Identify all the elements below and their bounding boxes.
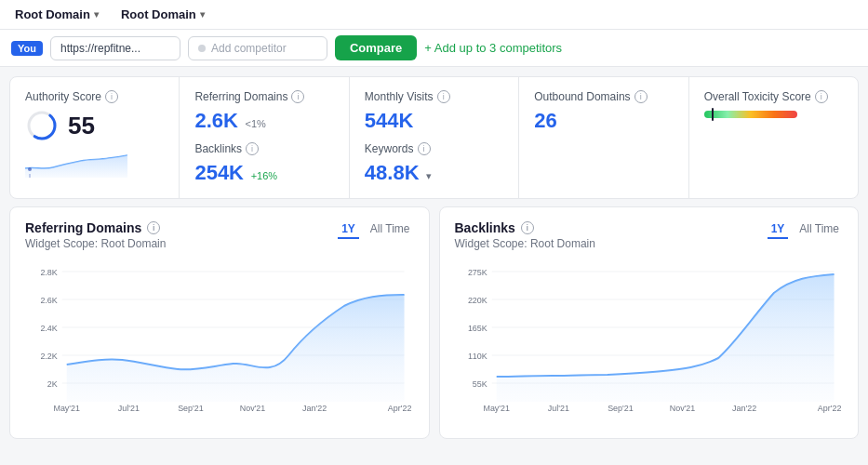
keywords-info[interactable]: i: [418, 142, 431, 155]
chevron-icon-2: ▾: [200, 9, 205, 20]
keywords-sub[interactable]: ▾: [426, 170, 432, 181]
bl-chart-scope: Widget Scope: Root Domain: [455, 237, 595, 250]
svg-text:May'21: May'21: [483, 404, 510, 413]
svg-text:Jan'22: Jan'22: [302, 404, 327, 413]
authority-gauge: [25, 109, 59, 142]
backlinks-sub: +16%: [251, 170, 277, 181]
competitor-input[interactable]: Add competitor: [188, 36, 327, 60]
root-domain-label-2: Root Domain: [121, 7, 196, 21]
root-domain-dropdown-2[interactable]: Root Domain ▾: [117, 6, 208, 23]
authority-sparkline: [25, 150, 164, 180]
metric-authority-score: Authority Score i 55: [10, 77, 180, 198]
rd-chart-scope: Widget Scope: Root Domain: [25, 237, 166, 250]
root-domain-label-1: Root Domain: [15, 7, 90, 21]
monthly-visits-info[interactable]: i: [437, 90, 450, 103]
add-competitors-link[interactable]: + Add up to 3 competitors: [424, 41, 562, 55]
svg-text:55K: 55K: [472, 379, 487, 389]
monthly-visits-value: 544K: [365, 109, 414, 132]
charts-row: Referring Domains i Widget Scope: Root D…: [9, 206, 859, 439]
metric-outbound-domains: Outbound Domains i 26: [519, 77, 688, 198]
metric-referring-domains: Referring Domains i 2.6K <1% Backlinks i…: [180, 77, 349, 198]
outbound-domains-label: Outbound Domains: [534, 90, 630, 103]
bl-tab-alltime[interactable]: All Time: [795, 220, 843, 239]
backlinks-chart: Backlinks i Widget Scope: Root Domain 1Y…: [439, 206, 860, 439]
svg-text:Apr'22: Apr'22: [388, 404, 412, 413]
svg-text:May'21: May'21: [53, 404, 80, 413]
svg-text:2.6K: 2.6K: [40, 296, 57, 305]
svg-text:2K: 2K: [47, 379, 58, 389]
svg-text:Sep'21: Sep'21: [178, 404, 204, 413]
backlinks-info[interactable]: i: [246, 142, 259, 155]
referring-domains-sub: <1%: [246, 118, 266, 129]
svg-text:Jul'21: Jul'21: [118, 404, 140, 413]
authority-score-info[interactable]: i: [105, 90, 118, 103]
svg-text:Jan'22: Jan'22: [732, 404, 756, 413]
bl-chart-area: 275K 220K 165K 110K 55K May'21 Jul'21 Se…: [455, 258, 844, 425]
bl-chart-info[interactable]: i: [521, 221, 534, 234]
rd-tab-1y[interactable]: 1Y: [338, 220, 359, 239]
svg-text:275K: 275K: [467, 268, 487, 277]
authority-score-label: Authority Score: [25, 90, 101, 103]
competitor-placeholder: Add competitor: [211, 42, 287, 55]
toxicity-score-label: Overall Toxicity Score: [704, 90, 811, 103]
metric-monthly-visits: Monthly Visits i 544K Keywords i 48.8K ▾: [350, 77, 519, 198]
metrics-row: Authority Score i 55: [9, 76, 859, 199]
rd-time-tabs: 1Y All Time: [338, 220, 413, 239]
referring-domains-chart: Referring Domains i Widget Scope: Root D…: [9, 206, 430, 439]
bl-tab-1y[interactable]: 1Y: [768, 220, 789, 239]
compare-button[interactable]: Compare: [335, 35, 417, 60]
rd-tab-alltime[interactable]: All Time: [367, 220, 414, 239]
rd-chart-info[interactable]: i: [147, 221, 160, 234]
svg-text:110K: 110K: [467, 352, 487, 361]
toxicity-indicator: [712, 108, 714, 121]
you-badge: You: [11, 41, 43, 56]
dot-icon: [198, 45, 206, 52]
url-input[interactable]: https://repfitne...: [50, 36, 180, 60]
svg-text:Nov'21: Nov'21: [669, 404, 695, 413]
svg-text:2.4K: 2.4K: [40, 324, 57, 333]
svg-text:Sep'21: Sep'21: [608, 404, 634, 413]
bl-chart-title: Backlinks: [455, 220, 515, 235]
bl-time-tabs: 1Y All Time: [768, 220, 843, 239]
svg-text:Jul'21: Jul'21: [547, 404, 568, 413]
keywords-label: Keywords: [365, 142, 414, 155]
svg-point-2: [28, 167, 32, 171]
svg-text:165K: 165K: [467, 324, 487, 333]
toxicity-score-info[interactable]: i: [815, 90, 828, 103]
keywords-value: 48.8K: [365, 161, 420, 184]
monthly-visits-label: Monthly Visits: [365, 90, 434, 103]
svg-text:Apr'22: Apr'22: [817, 404, 841, 413]
svg-text:220K: 220K: [467, 296, 487, 305]
toxicity-bar: [704, 111, 797, 118]
outbound-domains-info[interactable]: i: [634, 90, 648, 103]
outbound-domains-value: 26: [534, 109, 556, 132]
chevron-icon-1: ▾: [94, 9, 99, 20]
svg-text:Nov'21: Nov'21: [240, 404, 266, 413]
metric-toxicity-score: Overall Toxicity Score i: [689, 77, 858, 198]
svg-text:2.8K: 2.8K: [40, 268, 57, 277]
referring-domains-info[interactable]: i: [291, 90, 304, 103]
authority-score-value: 55: [68, 112, 95, 140]
svg-text:2.2K: 2.2K: [40, 352, 57, 361]
root-domain-dropdown-1[interactable]: Root Domain ▾: [11, 6, 102, 23]
backlinks-value: 254K: [194, 161, 244, 184]
referring-domains-value: 2.6K: [194, 109, 237, 132]
referring-domains-label: Referring Domains: [194, 90, 287, 103]
rd-chart-area: 2.8K 2.6K 2.4K 2.2K 2K May'21 Jul'21 Sep…: [25, 258, 414, 425]
backlinks-label: Backlinks: [194, 142, 242, 155]
rd-chart-title: Referring Domains: [25, 220, 141, 235]
